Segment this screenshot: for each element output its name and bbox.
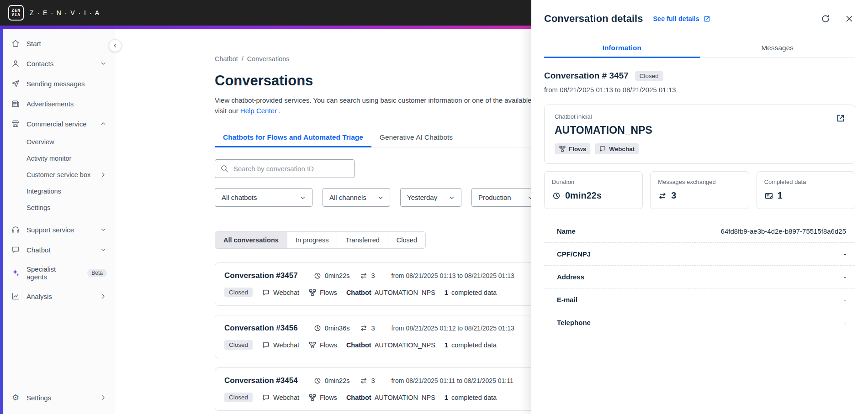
field-label: CPF/CNPJ [557,250,591,258]
tab-generative-ai[interactable]: Generative AI Chatbots [371,128,461,147]
status-filter-group: All conversations In progress Transferre… [215,231,426,249]
sidebar-subitem-integrations[interactable]: Integrations [3,183,115,199]
stat-duration: Duration 0min22s [544,171,643,209]
store-icon [11,119,20,128]
chevron-up-icon [100,120,107,127]
field-row-cpf-cnpj: CPF/CNPJ - [544,243,855,266]
duration-value: 0min36s [325,325,350,332]
chevron-down-icon [100,246,107,253]
webchat-icon [262,341,270,349]
chevron-down-icon [377,194,384,201]
stat-label: Duration [552,178,635,185]
status-tab-closed[interactable]: Closed [388,232,425,248]
open-chatbot-button[interactable] [836,113,846,123]
sidebar-item-support-service[interactable]: Support service [3,220,115,240]
status-tab-all-conversations[interactable]: All conversations [215,232,287,248]
tag-label: Webchat [609,146,635,152]
status-tab-in-progress[interactable]: In progress [287,232,337,248]
channels-filter-select[interactable]: All channels [323,188,390,207]
tag-label: Flows [569,146,586,152]
webchat-icon [262,393,270,402]
sidebar-item-start[interactable]: Start [3,33,115,53]
refresh-button[interactable] [820,14,831,24]
field-row-email: E-mail - [544,288,855,311]
environment-filter-select[interactable]: Production [471,188,540,207]
description-line2-suffix: . [279,107,281,115]
sidebar-item-commercial-service[interactable]: Commercial service [3,114,115,134]
conversation-title[interactable]: Conversation #3454 [224,376,298,385]
chatbot-name: AUTOMATION_NPS [375,289,435,296]
field-row-address: Address - [544,266,855,288]
conversation-title[interactable]: Conversation #3457 [224,271,298,280]
chatbot-label: Chatbot [346,289,371,296]
breadcrumb-current: Conversations [247,55,290,63]
flows-icon [308,288,317,297]
swap-arrows-icon [658,191,667,200]
field-row-telephone: Telephone - [544,311,855,334]
duration-value: 0min22s [325,272,350,279]
sidebar-item-analysis[interactable]: Analysis [3,286,115,306]
drawer-tab-messages[interactable]: Messages [700,38,856,58]
refresh-icon [820,14,831,24]
completed-label: completed data [451,289,497,296]
sidebar-subitem-customer-service-box[interactable]: Customer service box [3,167,115,183]
sidebar-subitem-label: Integrations [26,188,61,195]
beta-badge: Beta [87,269,107,277]
gear-icon: ⚙ [11,393,20,402]
sidebar-item-label: Start [26,40,41,47]
stat-value: 1 [778,190,783,201]
breadcrumb-separator: / [242,55,243,63]
sidebar-item-contacts[interactable]: Contacts [3,53,115,73]
zenvia-logo-icon[interactable]: ZEN VIA [8,5,24,21]
sidebar-subitem-settings[interactable]: Settings [3,199,115,216]
chatbot-summary-card: Chatbot inicial AUTOMATION_NPS Flows Web… [544,105,855,164]
sidebar-subitem-overview[interactable]: Overview [3,134,115,150]
home-icon [11,39,20,48]
chatbot-label: Chatbot [346,394,371,401]
drawer-tab-information[interactable]: Information [544,38,700,58]
sidebar-item-label: Advertisements [26,100,74,108]
external-link-icon [836,113,846,123]
status-badge: Closed [224,340,253,350]
status-badge: Closed [224,393,253,402]
conversation-title[interactable]: Conversation #3456 [224,324,298,333]
period-filter-select[interactable]: Yesterday [400,188,461,207]
sidebar-item-chatbot[interactable]: Chatbot [3,240,115,260]
left-accent-strip [0,29,3,414]
sidebar-subitem-activity-monitor[interactable]: Activity monitor [3,150,115,167]
sidebar-item-label: Contacts [26,60,53,68]
chatbot-name: AUTOMATION_NPS [375,341,435,349]
completed-label: completed data [451,394,497,401]
flow-label: Flows [320,341,337,349]
close-icon [844,14,854,24]
field-value: 64fd8fb9-ae3b-4d2e-b897-75515f8a6d25 [721,227,846,235]
brand-text: Z · E · N · V · I · A [30,9,100,16]
breadcrumb-parent[interactable]: Chatbot [215,55,238,63]
sidebar-item-specialist-agents[interactable]: Specialist agents Beta [3,260,115,286]
search-wrap [215,159,355,178]
chatbots-filter-select[interactable]: All chatbots [215,188,312,207]
sidebar-item-label: Specialist agents [26,265,76,281]
see-full-details-link[interactable]: See full details [653,15,711,23]
chatbot-label: Chatbot [346,341,371,349]
sidebar-item-sending-messages[interactable]: Sending messages [3,73,115,94]
flows-tag: Flows [555,143,590,154]
field-value: - [844,296,846,304]
help-center-link[interactable]: Help Center [240,107,277,115]
sidebar-item-advertisements[interactable]: Advertisements [3,94,115,114]
drawer-conversation-title: Conversation # 3457 [544,71,629,81]
flows-icon [559,145,566,152]
sidebar-item-label: Support service [26,226,74,234]
sidebar-collapse-button[interactable] [109,39,122,52]
sidebar-item-settings[interactable]: ⚙ Settings [3,388,115,408]
select-value: Yesterday [407,194,437,201]
sidebar-subitem-label: Overview [26,138,54,146]
chevron-right-icon [100,293,107,300]
webchat-icon [262,288,270,297]
close-button[interactable] [844,14,854,24]
tab-chatbots-flows[interactable]: Chatbots for Flows and Automated Triage [215,128,371,147]
search-input[interactable] [215,159,355,178]
search-icon [220,164,229,173]
status-tab-transferred[interactable]: Transferred [337,232,387,248]
chatbot-card-label: Chatbot inicial [555,113,845,120]
